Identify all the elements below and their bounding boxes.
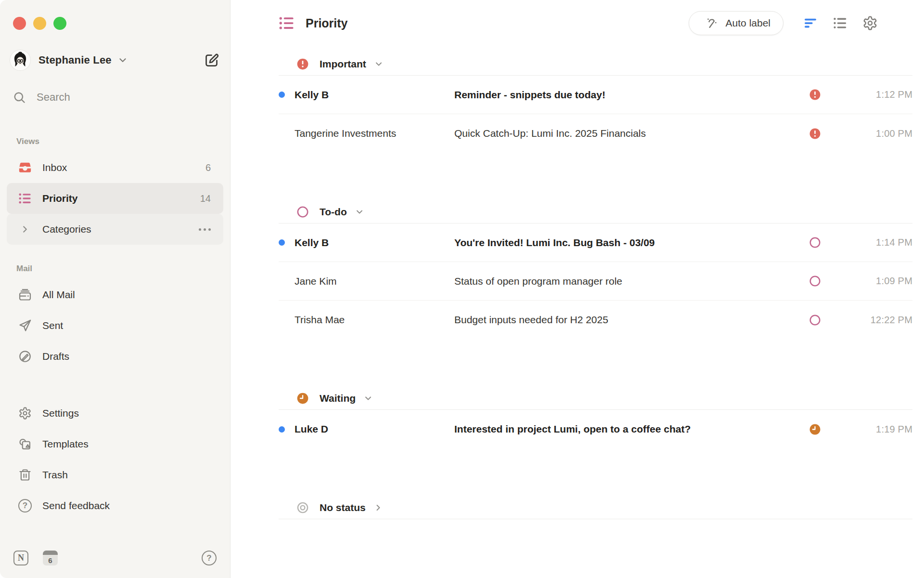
mail-row[interactable]: Trisha Mae Budget inputs needed for H2 2… — [279, 301, 912, 339]
search-input[interactable]: Search — [7, 88, 223, 107]
sidebar-item-label: Categories — [42, 223, 91, 235]
no-status-rings-icon — [296, 501, 309, 514]
section-no-status: No status — [279, 497, 912, 519]
todo-circle-icon[interactable] — [808, 314, 821, 326]
mail-row[interactable]: Jane Kim Status of open program manager … — [279, 262, 912, 301]
timestamp: 1:12 PM — [821, 89, 912, 100]
auto-label-wand-icon — [706, 16, 719, 30]
subject: Status of open program manager role — [454, 276, 808, 287]
calendar-day: 6 — [43, 555, 58, 565]
auto-label-button[interactable]: Auto label — [689, 11, 783, 35]
timestamp: 1:14 PM — [821, 237, 912, 248]
sidebar-item-inbox[interactable]: Inbox 6 — [7, 152, 223, 183]
section-header-no-status[interactable]: No status — [279, 497, 912, 519]
sidebar-item-categories[interactable]: Categories — [7, 214, 223, 245]
sidebar-item-settings[interactable]: Settings — [7, 398, 223, 429]
important-exclamation-icon[interactable] — [808, 89, 821, 101]
subject: Interested in project Lumi, open to a co… — [454, 423, 808, 435]
filter-icon[interactable] — [802, 14, 819, 32]
avatar — [10, 50, 31, 71]
todo-circle-icon[interactable] — [808, 236, 821, 249]
sidebar-item-label: Priority — [42, 193, 78, 204]
notion-logo-icon[interactable]: N — [13, 551, 28, 565]
drafts-pencil-icon — [18, 350, 32, 363]
sidebar-item-label: All Mail — [42, 289, 75, 301]
window-controls — [7, 0, 223, 30]
mail-row[interactable]: Kelly B You're Invited! Lumi Inc. Bug Ba… — [279, 223, 912, 262]
inbox-icon — [18, 161, 32, 174]
more-options-icon[interactable] — [199, 228, 211, 231]
all-mail-icon — [18, 288, 32, 302]
chevron-down-icon — [363, 394, 373, 403]
sidebar-item-label: Settings — [42, 407, 79, 419]
app-window: Stephanie Lee Search Views — [0, 0, 924, 578]
chevron-right-icon — [373, 503, 383, 512]
compose-icon[interactable] — [203, 52, 220, 69]
page-title: Priority — [306, 16, 348, 30]
sender: Trisha Mae — [295, 314, 454, 326]
close-window-button[interactable] — [13, 17, 26, 30]
section-header-todo[interactable]: To-do — [279, 201, 912, 223]
sender: Tangerine Investments — [295, 128, 454, 139]
sidebar-item-templates[interactable]: Templates — [7, 429, 223, 460]
sidebar: Stephanie Lee Search Views — [0, 0, 231, 578]
sidebar-item-all-mail[interactable]: All Mail — [7, 279, 223, 310]
unread-dot — [279, 239, 285, 246]
section-header-important[interactable]: Important — [279, 53, 912, 76]
sidebar-item-label: Drafts — [42, 351, 69, 362]
priority-count-badge: 14 — [200, 193, 211, 204]
gear-icon — [18, 407, 32, 420]
chevron-down-icon — [117, 55, 128, 66]
inbox-count-badge: 6 — [205, 162, 211, 173]
sidebar-item-priority[interactable]: Priority 14 — [7, 183, 223, 214]
chevron-right-icon — [18, 224, 32, 235]
list-settings-icon[interactable] — [832, 14, 849, 32]
important-exclamation-icon[interactable] — [808, 128, 821, 140]
calendar-icon[interactable]: 6 — [43, 551, 58, 565]
priority-list-icon — [18, 192, 32, 205]
templates-shapes-icon — [18, 437, 32, 451]
footer-nav: Settings Templates — [7, 398, 223, 521]
chevron-down-icon — [355, 207, 364, 217]
views-nav: Inbox 6 Priority 14 Categories — [7, 152, 223, 245]
subject: Reminder - snippets due today! — [454, 89, 808, 101]
mail-row[interactable]: Kelly B Reminder - snippets due today! 1… — [279, 76, 912, 114]
mail-list-pane: Priority Auto label — [231, 0, 924, 578]
timestamp: 1:00 PM — [821, 128, 912, 139]
sender: Luke D — [295, 423, 454, 435]
sidebar-item-sent[interactable]: Sent — [7, 310, 223, 341]
views-section-label: Views — [7, 137, 223, 146]
mail-row[interactable]: Luke D Interested in project Lumi, open … — [279, 410, 912, 448]
user-name: Stephanie Lee — [38, 54, 112, 66]
waiting-clock-icon[interactable] — [808, 423, 821, 435]
help-button[interactable]: ? — [202, 551, 217, 565]
sent-paper-plane-icon — [18, 319, 32, 332]
search-placeholder: Search — [37, 91, 70, 104]
timestamp: 1:19 PM — [821, 424, 912, 435]
sidebar-item-label: Trash — [42, 469, 68, 481]
sidebar-item-label: Sent — [42, 320, 63, 331]
sidebar-bottom-bar: N 6 ? — [13, 551, 217, 565]
toolbar: Auto label — [689, 11, 879, 35]
section-header-waiting[interactable]: Waiting — [279, 387, 912, 410]
unread-dot — [279, 92, 285, 98]
section-waiting: Waiting Luke D Interested in project Lum… — [279, 387, 912, 448]
unread-dot — [279, 426, 285, 433]
chevron-down-icon — [374, 59, 384, 69]
sender: Kelly B — [295, 89, 454, 101]
subject: You're Invited! Lumi Inc. Bug Bash - 03/… — [454, 237, 808, 249]
sidebar-item-send-feedback[interactable]: ? Send feedback — [7, 490, 223, 521]
section-important: Important Kelly B Reminder - snippets du… — [279, 53, 912, 153]
sidebar-item-label: Send feedback — [42, 500, 110, 512]
minimize-window-button[interactable] — [33, 17, 46, 30]
search-icon — [13, 91, 26, 104]
sidebar-item-drafts[interactable]: Drafts — [7, 341, 223, 372]
timestamp: 12:22 PM — [821, 315, 912, 326]
todo-circle-icon[interactable] — [808, 275, 821, 287]
timestamp: 1:09 PM — [821, 276, 912, 287]
zoom-window-button[interactable] — [53, 17, 66, 30]
mail-row[interactable]: Tangerine Investments Quick Catch-Up: Lu… — [279, 114, 912, 153]
gear-icon[interactable] — [861, 14, 879, 32]
sidebar-item-trash[interactable]: Trash — [7, 460, 223, 490]
account-switcher[interactable]: Stephanie Lee — [7, 49, 223, 71]
